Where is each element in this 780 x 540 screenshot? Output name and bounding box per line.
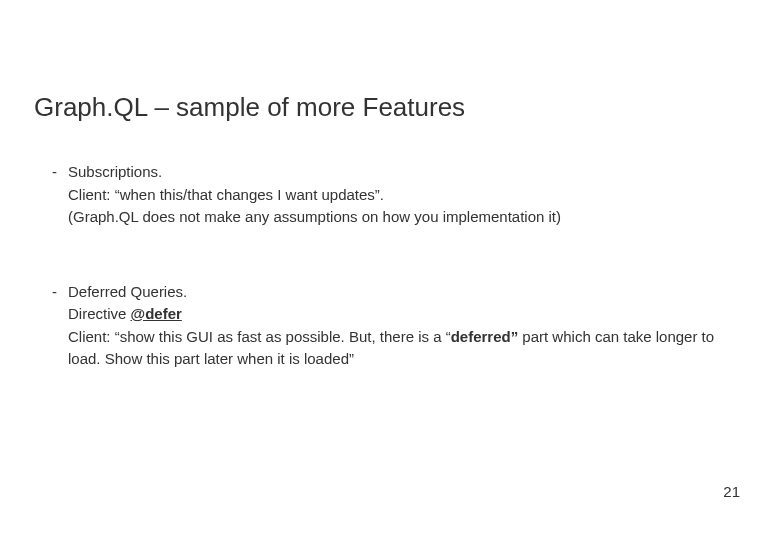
slide: Graph.QL – sample of more Features - Sub… (0, 0, 780, 540)
bullet-heading: Deferred Queries. (68, 281, 746, 304)
slide-title: Graph.QL – sample of more Features (34, 0, 746, 123)
page-number: 21 (723, 483, 740, 500)
bullet-line: (Graph.QL does not make any assumptions … (68, 206, 746, 229)
slide-content: - Subscriptions. Client: “when this/that… (34, 123, 746, 371)
bullet-line: Directive @defer (68, 303, 746, 326)
bullet-body: Subscriptions. Client: “when this/that c… (68, 161, 746, 229)
directive-name: @defer (131, 305, 182, 322)
bullet-heading: Subscriptions. (68, 161, 746, 184)
bullet-dash: - (52, 281, 68, 371)
bullet-line: Client: “show this GUI as fast as possib… (68, 326, 746, 371)
text-bold: deferred” (451, 328, 519, 345)
bullet-subscriptions: - Subscriptions. Client: “when this/that… (52, 161, 746, 229)
bullet-dash: - (52, 161, 68, 229)
text-pre: Client: “show this GUI as fast as possib… (68, 328, 451, 345)
bullet-body: Deferred Queries. Directive @defer Clien… (68, 281, 746, 371)
directive-label: Directive (68, 305, 131, 322)
bullet-line: Client: “when this/that changes I want u… (68, 184, 746, 207)
bullet-deferred-queries: - Deferred Queries. Directive @defer Cli… (52, 281, 746, 371)
